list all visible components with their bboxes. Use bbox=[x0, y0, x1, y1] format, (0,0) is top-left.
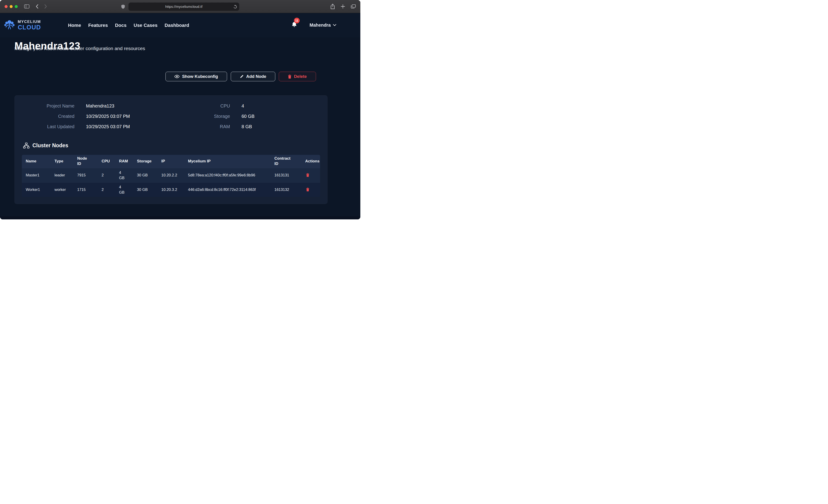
url-text: https://myceliumcloud.tf bbox=[165, 5, 202, 8]
back-icon bbox=[36, 4, 38, 8]
detail-row: Created10/29/2025 03:07 PM bbox=[15, 111, 166, 122]
cell-storage: 30 GB bbox=[133, 168, 157, 182]
column-header-storage: Storage bbox=[133, 155, 157, 168]
sidebar-toggle-button[interactable] bbox=[24, 4, 30, 8]
detail-value: 10/29/2025 03:07 PM bbox=[86, 114, 130, 119]
tab-overview-button[interactable] bbox=[351, 4, 356, 8]
cluster-nodes-title: Cluster Nodes bbox=[32, 142, 68, 149]
zoom-window-button[interactable] bbox=[15, 5, 18, 8]
show-kubeconfig-button[interactable]: Show Kubeconfig bbox=[165, 72, 227, 81]
detail-value: Mahendra123 bbox=[86, 103, 114, 109]
cell-mycelium-ip: 446:d2a6:8bcd:8c16:ff0f:72e2:3114:863f bbox=[184, 182, 271, 197]
chevron-down-icon bbox=[333, 24, 336, 26]
details-grid: Project NameMahendra123Created10/29/2025… bbox=[15, 95, 327, 132]
detail-label: Project Name bbox=[15, 103, 75, 109]
close-window-button[interactable] bbox=[5, 5, 8, 8]
forward-button[interactable] bbox=[44, 4, 47, 8]
detail-value: 4 bbox=[242, 103, 244, 109]
cell-cpu: 2 bbox=[98, 182, 115, 197]
nav-item-use-cases[interactable]: Use Cases bbox=[134, 23, 158, 28]
navbar-right: 11 Mahendra bbox=[291, 22, 336, 29]
cell-ip: 10.20.2.2 bbox=[157, 168, 184, 182]
new-tab-button[interactable] bbox=[341, 4, 345, 8]
nav-item-features[interactable]: Features bbox=[88, 23, 108, 28]
eye-icon bbox=[174, 75, 179, 78]
column-header-mycelium-ip: Mycelium IP bbox=[184, 155, 271, 168]
reload-button[interactable] bbox=[234, 5, 237, 10]
show-kubeconfig-label: Show Kubeconfig bbox=[182, 74, 218, 79]
notifications-button[interactable]: 11 bbox=[291, 22, 297, 29]
add-node-label: Add Node bbox=[246, 74, 266, 79]
column-header-name: Name bbox=[22, 155, 50, 168]
detail-value: 60 GB bbox=[242, 114, 255, 119]
nav-item-home[interactable]: Home bbox=[68, 23, 81, 28]
delete-label: Delete bbox=[294, 74, 307, 79]
detail-value: 10/29/2025 03:07 PM bbox=[86, 124, 130, 129]
logo-text: MYCELIUM CLOUD bbox=[18, 20, 41, 31]
trash-icon bbox=[306, 173, 309, 177]
cell-mycelium-ip: 5d8:78ea:a120:f40c:ff0f:a5fe:99e6:8b96 bbox=[184, 168, 271, 182]
cluster-nodes-header: Cluster Nodes bbox=[23, 142, 327, 149]
sidebar-icon bbox=[24, 4, 30, 8]
cell-cpu: 2 bbox=[98, 168, 115, 182]
url-bar[interactable]: https://myceliumcloud.tf bbox=[128, 3, 239, 11]
notification-badge: 11 bbox=[294, 18, 300, 24]
user-name: Mahendra bbox=[309, 23, 331, 28]
shield-icon[interactable] bbox=[121, 4, 125, 9]
cell-ram: 4 GB bbox=[115, 168, 133, 182]
details-right-column: CPU4Storage60 GBRAM8 GB bbox=[166, 101, 255, 132]
cluster-nodes-icon bbox=[23, 143, 30, 149]
nav-item-docs[interactable]: Docs bbox=[115, 23, 126, 28]
detail-label: Storage bbox=[166, 114, 230, 119]
share-button[interactable] bbox=[330, 4, 335, 9]
detail-row: Storage60 GB bbox=[166, 111, 255, 122]
detail-row: Last Updated10/29/2025 03:07 PM bbox=[15, 122, 166, 132]
new-tab-icon bbox=[341, 4, 345, 8]
detail-value: 8 GB bbox=[242, 124, 252, 129]
delete-node-button[interactable] bbox=[305, 173, 310, 177]
logo-line2: CLOUD bbox=[18, 24, 41, 31]
column-header-ram: RAM bbox=[115, 155, 133, 168]
reload-icon bbox=[234, 5, 237, 9]
back-button[interactable] bbox=[36, 4, 38, 8]
window-controls bbox=[5, 5, 18, 8]
cell-actions bbox=[301, 168, 320, 182]
minimize-window-button[interactable] bbox=[10, 5, 13, 8]
page-subtitle: Manage your Kubernetes cluster configura… bbox=[14, 46, 145, 51]
trash-icon bbox=[306, 188, 309, 192]
logo-icon bbox=[3, 20, 15, 31]
pencil-icon bbox=[240, 75, 244, 79]
browser-window: https://myceliumcloud.tf Mahendra123 Man… bbox=[0, 0, 360, 219]
column-header-cpu: CPU bbox=[98, 155, 115, 168]
table-header-row: NameTypeNode IDCPURAMStorageIPMycelium I… bbox=[22, 155, 320, 168]
detail-label: Last Updated bbox=[15, 124, 75, 129]
nav-item-dashboard[interactable]: Dashboard bbox=[165, 23, 189, 28]
browser-chrome: https://myceliumcloud.tf bbox=[0, 0, 360, 13]
cluster-nodes-table: NameTypeNode IDCPURAMStorageIPMycelium I… bbox=[22, 155, 320, 197]
cell-ip: 10.20.3.2 bbox=[157, 182, 184, 197]
cell-ram: 4 GB bbox=[115, 182, 133, 197]
cell-contract-id: 1613131 bbox=[271, 168, 301, 182]
column-header-node-id: Node ID bbox=[73, 155, 98, 168]
delete-cluster-button[interactable]: Delete bbox=[279, 72, 316, 81]
logo[interactable]: MYCELIUM CLOUD bbox=[3, 20, 41, 31]
column-header-contract-id: Contract ID bbox=[271, 155, 301, 168]
detail-label: RAM bbox=[166, 124, 230, 129]
detail-row: Project NameMahendra123 bbox=[15, 101, 166, 111]
cell-name: Worker1 bbox=[22, 182, 50, 197]
add-node-button[interactable]: Add Node bbox=[231, 72, 275, 81]
delete-node-button[interactable] bbox=[305, 187, 310, 192]
logo-line1: MYCELIUM bbox=[18, 20, 41, 24]
cell-name: Master1 bbox=[22, 168, 50, 182]
column-header-type: Type bbox=[50, 155, 73, 168]
cell-node-id: 7915 bbox=[73, 168, 98, 182]
column-header-actions: Actions bbox=[301, 155, 320, 168]
nav-links: HomeFeaturesDocsUse CasesDashboard bbox=[68, 23, 189, 28]
app-navbar: MYCELIUM CLOUD HomeFeaturesDocsUse Cases… bbox=[0, 13, 360, 37]
share-icon bbox=[330, 4, 335, 9]
detail-row: RAM8 GB bbox=[166, 122, 255, 132]
user-menu[interactable]: Mahendra bbox=[309, 23, 336, 28]
forward-icon bbox=[44, 4, 47, 8]
trash-icon bbox=[288, 75, 291, 79]
table-row: Worker1worker171524 GB30 GB10.20.3.2446:… bbox=[22, 182, 320, 197]
